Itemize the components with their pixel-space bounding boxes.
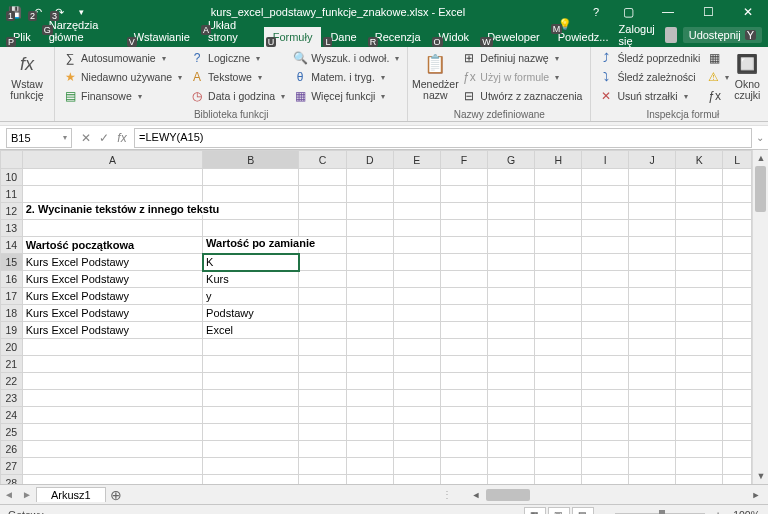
cell-F20[interactable]	[440, 339, 487, 356]
cell-D14[interactable]	[346, 237, 393, 254]
cell-E22[interactable]	[393, 373, 440, 390]
cell-E27[interactable]	[393, 458, 440, 475]
cell-F16[interactable]	[440, 271, 487, 288]
cell-D28[interactable]	[346, 475, 393, 485]
cell-G25[interactable]	[488, 424, 535, 441]
cell-G23[interactable]	[488, 390, 535, 407]
cell-H13[interactable]	[535, 220, 582, 237]
cell-B16[interactable]: Kurs	[203, 271, 299, 288]
cell-B14[interactable]: Wartość po zamianie	[203, 237, 299, 254]
cell-F17[interactable]	[440, 288, 487, 305]
cell-H25[interactable]	[535, 424, 582, 441]
evaluate-button[interactable]: ƒx	[706, 87, 722, 105]
row-header-22[interactable]: 22	[1, 373, 23, 390]
math-button[interactable]: θMatem. i tryg.	[291, 68, 401, 86]
cell-D17[interactable]	[346, 288, 393, 305]
cell-G15[interactable]	[488, 254, 535, 271]
cell-J19[interactable]	[629, 322, 676, 339]
cell-I28[interactable]	[582, 475, 629, 485]
cell-I19[interactable]	[582, 322, 629, 339]
cell-C13[interactable]	[299, 220, 346, 237]
cell-J21[interactable]	[629, 356, 676, 373]
grid[interactable]: ABCDEFGHIJKL1011122. Wycinanie tekstów z…	[0, 150, 752, 484]
cell-F14[interactable]	[440, 237, 487, 254]
cell-H19[interactable]	[535, 322, 582, 339]
tab-dane[interactable]: DaneL	[321, 27, 365, 47]
cell-K14[interactable]	[676, 237, 723, 254]
sheet-nav-next[interactable]: ►	[18, 489, 36, 500]
row-header-17[interactable]: 17	[1, 288, 23, 305]
cell-C19[interactable]	[299, 322, 346, 339]
cell-D24[interactable]	[346, 407, 393, 424]
cell-J24[interactable]	[629, 407, 676, 424]
lookup-button[interactable]: 🔍Wyszuk. i odwoł.	[291, 49, 401, 67]
cell-E17[interactable]	[393, 288, 440, 305]
cell-C22[interactable]	[299, 373, 346, 390]
text-button[interactable]: ATekstowe	[188, 68, 287, 86]
row-header-11[interactable]: 11	[1, 186, 23, 203]
cell-I14[interactable]	[582, 237, 629, 254]
cell-H28[interactable]	[535, 475, 582, 485]
cell-B28[interactable]	[203, 475, 299, 485]
cell-A21[interactable]	[22, 356, 202, 373]
cell-L12[interactable]	[723, 203, 752, 220]
cell-C12[interactable]	[299, 203, 346, 220]
cell-L19[interactable]	[723, 322, 752, 339]
cell-K15[interactable]	[676, 254, 723, 271]
recent-button[interactable]: ★Niedawno używane	[61, 68, 184, 86]
cancel-formula-button[interactable]: ✕	[78, 131, 94, 145]
remove-arrows-button[interactable]: ✕Usuń strzałki	[597, 87, 702, 105]
cell-G24[interactable]	[488, 407, 535, 424]
cell-I24[interactable]	[582, 407, 629, 424]
col-header-I[interactable]: I	[582, 151, 629, 169]
cell-B25[interactable]	[203, 424, 299, 441]
cell-F21[interactable]	[440, 356, 487, 373]
share-button[interactable]: UdostępnijY	[683, 27, 762, 43]
cell-J13[interactable]	[629, 220, 676, 237]
tab-recenzja[interactable]: RecenzjaR	[366, 27, 430, 47]
row-header-10[interactable]: 10	[1, 169, 23, 186]
row-header-23[interactable]: 23	[1, 390, 23, 407]
cell-C26[interactable]	[299, 441, 346, 458]
cell-J18[interactable]	[629, 305, 676, 322]
cell-K18[interactable]	[676, 305, 723, 322]
cell-A18[interactable]: Kurs Excel Podstawy	[22, 305, 202, 322]
cell-G21[interactable]	[488, 356, 535, 373]
cell-H12[interactable]	[535, 203, 582, 220]
cell-I22[interactable]	[582, 373, 629, 390]
cell-G22[interactable]	[488, 373, 535, 390]
cell-J20[interactable]	[629, 339, 676, 356]
row-header-18[interactable]: 18	[1, 305, 23, 322]
cell-A12[interactable]: 2. Wycinanie tekstów z innego tekstu	[22, 203, 202, 220]
cell-B18[interactable]: Podstawy	[203, 305, 299, 322]
cell-D27[interactable]	[346, 458, 393, 475]
cell-D16[interactable]	[346, 271, 393, 288]
tab-deweloper[interactable]: DeweloperW	[478, 27, 549, 47]
scroll-down-button[interactable]: ▼	[753, 468, 768, 484]
col-header-B[interactable]: B	[203, 151, 299, 169]
cell-D12[interactable]	[346, 203, 393, 220]
cell-J11[interactable]	[629, 186, 676, 203]
row-header-13[interactable]: 13	[1, 220, 23, 237]
col-header-K[interactable]: K	[676, 151, 723, 169]
cell-G18[interactable]	[488, 305, 535, 322]
tab-uklad[interactable]: Układ stronyA	[199, 15, 264, 47]
zoom-in-button[interactable]: +	[711, 509, 725, 515]
name-box[interactable]: B15	[6, 128, 72, 148]
cell-B17[interactable]: y	[203, 288, 299, 305]
cell-C17[interactable]	[299, 288, 346, 305]
cell-E12[interactable]	[393, 203, 440, 220]
cell-I11[interactable]	[582, 186, 629, 203]
define-name-button[interactable]: ⊞Definiuj nazwę	[460, 49, 584, 67]
cell-A28[interactable]	[22, 475, 202, 485]
cell-H20[interactable]	[535, 339, 582, 356]
cell-B19[interactable]: Excel	[203, 322, 299, 339]
cell-C23[interactable]	[299, 390, 346, 407]
cell-J23[interactable]	[629, 390, 676, 407]
cell-A23[interactable]	[22, 390, 202, 407]
cell-C21[interactable]	[299, 356, 346, 373]
cell-B24[interactable]	[203, 407, 299, 424]
cell-K25[interactable]	[676, 424, 723, 441]
cell-B11[interactable]	[203, 186, 299, 203]
cell-G13[interactable]	[488, 220, 535, 237]
